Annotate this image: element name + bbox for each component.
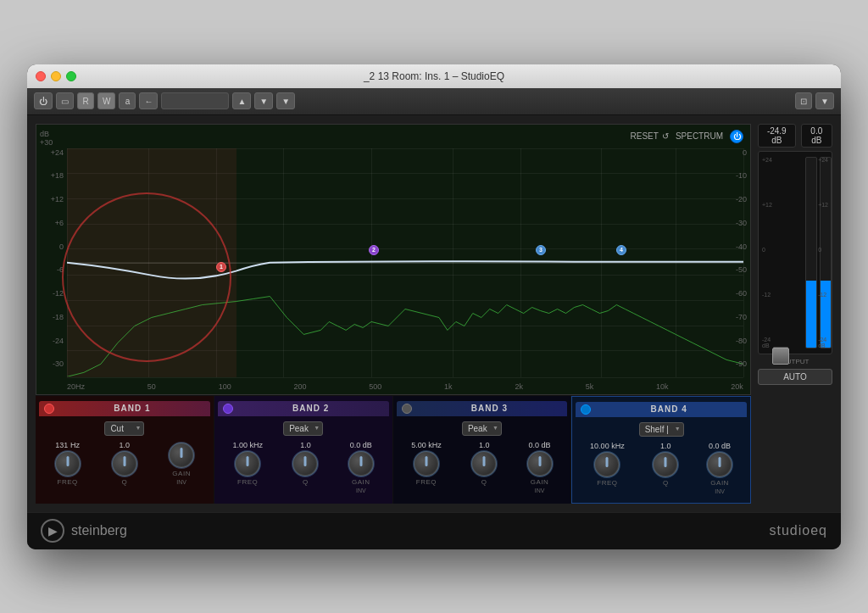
- band4-name: BAND 4: [596, 404, 742, 414]
- band3-header: BAND 3: [397, 401, 568, 416]
- main-area: dB+30 RESET ↺ SPECTRUM +24 +18 +: [27, 115, 841, 512]
- band1-type-row: Cut Peak Shelf: [39, 420, 210, 436]
- band3-power-btn[interactable]: [402, 404, 412, 414]
- band2-gain-knob[interactable]: [348, 451, 374, 476]
- close-button[interactable]: [36, 71, 46, 81]
- band4-q-knob[interactable]: [653, 452, 678, 477]
- footer: ▶ steinberg studioeq: [27, 512, 841, 549]
- band1-params: 131 Hz FREQ 1.0 Q: [39, 441, 210, 486]
- band3-type-wrapper[interactable]: Peak Cut Shelf: [462, 420, 502, 436]
- toolbar: ⏻ ▭ R W a ← ▲ ▼ ▼ ⊡ ▼: [27, 88, 841, 115]
- band1-name: BAND 1: [59, 404, 205, 413]
- band1-type-wrapper[interactable]: Cut Peak Shelf: [104, 420, 144, 436]
- r-btn[interactable]: R: [77, 92, 94, 109]
- camera-btn[interactable]: ⊡: [795, 92, 812, 109]
- output-fader[interactable]: [773, 347, 788, 348]
- band2-gain-label: GAIN: [352, 478, 370, 486]
- band4-gain-knob[interactable]: [707, 452, 732, 477]
- band2-q-knob[interactable]: [292, 451, 318, 476]
- toolbar-input[interactable]: [161, 92, 229, 109]
- band2-params: 1.00 kHz FREQ 1.0 Q: [218, 441, 389, 493]
- band2-inv-label: INV: [356, 488, 366, 493]
- band3-freq-knob[interactable]: [414, 451, 439, 476]
- window-title: _2 13 Room: Ins. 1 – StudioEQ: [364, 70, 504, 82]
- band3: BAND 3 Peak Cut Shelf 5.0: [393, 396, 572, 504]
- band1-q-knob[interactable]: [112, 451, 137, 476]
- band1-freq-knob[interactable]: [55, 451, 81, 476]
- spectrum-button[interactable]: SPECTRUM: [676, 131, 723, 141]
- band-controls: BAND 1 Cut Peak Shelf 131: [36, 395, 751, 504]
- titlebar: _2 13 Room: Ins. 1 – StudioEQ: [27, 64, 841, 88]
- steinberg-text: steinberg: [71, 523, 127, 538]
- meter-scale-left: +24 +12 0 -12 -24dB: [762, 157, 772, 348]
- back-btn[interactable]: ←: [139, 92, 158, 109]
- band1-header: BAND 1: [39, 401, 210, 416]
- band2-node[interactable]: 2: [369, 245, 379, 255]
- spectrum-label: SPECTRUM: [676, 131, 723, 141]
- db-labels-right: 0 -10 -20 -30 -40 -50 -60 -70 -80 -90: [723, 148, 747, 369]
- reset-button[interactable]: RESET ↺: [631, 131, 669, 141]
- band3-q-value: 1.0: [479, 441, 490, 449]
- band2-q-value: 1.0: [300, 441, 311, 449]
- band1-gain-knob[interactable]: [169, 443, 194, 468]
- power-toggle-btn[interactable]: ⏻: [34, 92, 53, 109]
- band4-power-btn[interactable]: [581, 404, 591, 415]
- band3-gain-label: GAIN: [531, 478, 549, 486]
- auto-button[interactable]: AUTO: [758, 369, 832, 385]
- fader-thumb[interactable]: [772, 348, 789, 365]
- band3-gain-knob[interactable]: [527, 451, 553, 476]
- menu-btn[interactable]: ▼: [276, 92, 295, 109]
- band1-power-btn[interactable]: [44, 404, 54, 414]
- band2-freq-value: 1.00 kHz: [232, 441, 263, 449]
- band1-q-group: 1.0 Q: [112, 441, 137, 486]
- band2-freq-knob[interactable]: [235, 451, 260, 476]
- bar-btn[interactable]: ▭: [56, 92, 74, 109]
- band1-freq-value: 131 Hz: [55, 441, 80, 449]
- band4-freq-group: 10.00 kHz FREQ: [590, 442, 625, 494]
- band1: BAND 1 Cut Peak Shelf 131: [36, 396, 214, 504]
- up-btn[interactable]: ▲: [232, 92, 251, 109]
- expand-btn[interactable]: ▼: [815, 92, 834, 109]
- maximize-button[interactable]: [66, 71, 76, 81]
- band2-gain-group: 0.0 dB GAIN INV: [348, 441, 374, 493]
- band3-node[interactable]: 3: [536, 245, 546, 255]
- eq-graph[interactable]: dB+30 RESET ↺ SPECTRUM +24 +18 +: [36, 124, 751, 395]
- eq-curve-svg: [67, 148, 743, 376]
- band2-power-btn[interactable]: [223, 404, 233, 414]
- studioeq-text: studioeq: [770, 523, 828, 538]
- footer-logo-right: studioeq: [770, 523, 828, 538]
- down-btn[interactable]: ▼: [254, 92, 273, 109]
- band2-header: BAND 2: [218, 401, 389, 416]
- band1-inv-label: INV: [176, 479, 186, 485]
- band1-node[interactable]: 1: [216, 262, 226, 272]
- band4-gain-value: 0.0 dB: [709, 442, 731, 450]
- band1-type-select[interactable]: Cut Peak Shelf: [104, 421, 144, 436]
- band2-type-wrapper[interactable]: Peak Cut Shelf: [283, 420, 323, 436]
- band4-freq-label: FREQ: [597, 479, 617, 487]
- band3-q-knob[interactable]: [471, 451, 497, 476]
- eq-section: dB+30 RESET ↺ SPECTRUM +24 +18 +: [36, 124, 751, 504]
- spectrum-power-button[interactable]: [730, 130, 743, 143]
- minimize-button[interactable]: [51, 71, 61, 81]
- db-label: dB+30: [40, 130, 53, 147]
- band4-q-value: 1.0: [660, 442, 671, 450]
- band4-freq-knob[interactable]: [594, 452, 620, 477]
- eq-top-bar: RESET ↺ SPECTRUM: [631, 130, 743, 143]
- band2-type-select[interactable]: Peak Cut Shelf: [283, 421, 323, 436]
- band4-q-label: Q: [663, 479, 669, 487]
- band1-q-label: Q: [122, 478, 128, 486]
- a-btn[interactable]: a: [119, 92, 136, 109]
- band3-type-select[interactable]: Peak Cut Shelf: [462, 421, 502, 436]
- reset-label: RESET: [631, 131, 659, 141]
- output-values: -24.9 dB 0.0 dB: [758, 124, 832, 148]
- band4-params: 10.00 kHz FREQ 1.0 Q: [576, 442, 747, 494]
- meter-scale-right: +24 +12 0 -12 -24dB: [818, 157, 828, 348]
- band4-node[interactable]: 4: [616, 245, 626, 255]
- band2-q-group: 1.0 Q: [292, 441, 318, 493]
- meter-fill-left: [806, 281, 816, 347]
- band4-type-select[interactable]: Shelf | Peak Cut: [639, 422, 684, 437]
- output-section: -24.9 dB 0.0 dB +24 +12 0 -12 -24dB: [758, 124, 832, 504]
- footer-logo-left: ▶ steinberg: [41, 519, 127, 543]
- w-btn[interactable]: W: [97, 92, 115, 109]
- band4-type-wrapper[interactable]: Shelf | Peak Cut: [639, 421, 684, 437]
